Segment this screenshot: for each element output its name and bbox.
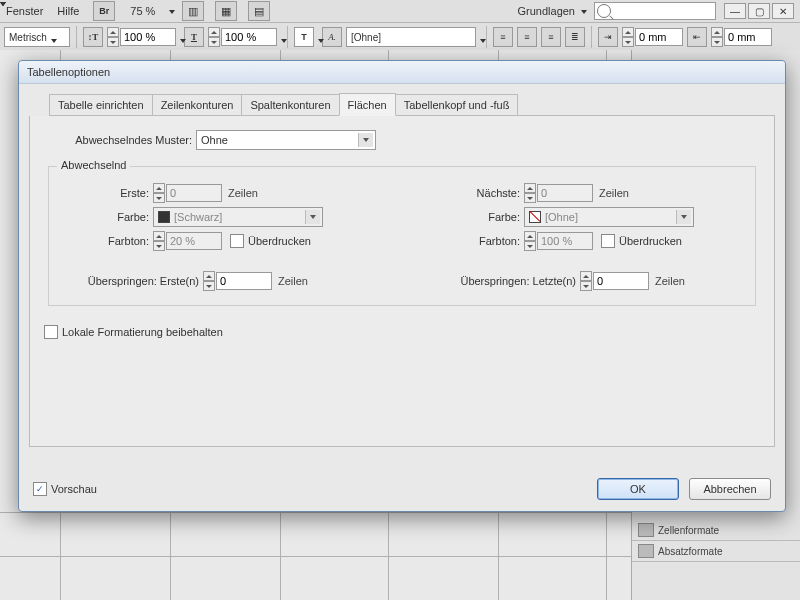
farbe-dropdown-right[interactable]: [Ohne] (524, 207, 694, 227)
char-style-dropdown[interactable]: [Ohne] (346, 27, 476, 47)
panel-absatzformate[interactable]: Absatzformate (632, 541, 800, 562)
pattern-label: Abwechselndes Muster: (44, 134, 196, 146)
menu-fenster[interactable]: Fenster (6, 5, 43, 17)
tab-spaltenkonturen[interactable]: Spaltenkonturen (241, 94, 339, 115)
naechste-unit: Zeilen (599, 187, 629, 199)
tab-tabellenkopf-fuss[interactable]: Tabellenkopf und -fuß (395, 94, 519, 115)
tab-tabelle-einrichten[interactable]: Tabelle einrichten (49, 94, 153, 115)
chevron-down-icon (169, 8, 176, 15)
skip-first-unit: Zeilen (278, 275, 308, 287)
bridge-button[interactable]: Br (93, 1, 115, 21)
align-center-button[interactable]: ≡ (517, 27, 537, 47)
naechste-stepper[interactable] (524, 183, 593, 203)
farbton-stepper-right[interactable] (524, 231, 593, 251)
para-styles-icon (638, 544, 654, 558)
farbe-dropdown-left[interactable]: [Schwarz] (153, 207, 323, 227)
view-mode-button-1[interactable]: ▥ (182, 1, 204, 21)
scale-y-icon: T (184, 27, 204, 47)
workspace-dropdown[interactable]: Grundlagen (518, 5, 589, 17)
farbton-label-left: Farbton: (59, 235, 153, 247)
farbe-label-left: Farbe: (59, 211, 153, 223)
chevron-down-icon (305, 210, 320, 224)
farbe-label-right: Farbe: (430, 211, 524, 223)
menubar: Fenster Hilfe Br 75 % ▥ ▦ ▤ Grundlagen —… (0, 0, 800, 23)
ok-button[interactable]: OK (597, 478, 679, 500)
pattern-dropdown[interactable]: Ohne (196, 130, 376, 150)
overprint-checkbox-right[interactable]: Überdrucken (601, 234, 682, 248)
indent-right-stepper[interactable] (711, 27, 772, 47)
overprint-checkbox-left[interactable]: Überdrucken (230, 234, 311, 248)
chevron-down-icon (676, 210, 691, 224)
local-formatting-checkbox[interactable]: Lokale Formatierung beibehalten (44, 325, 223, 339)
alternating-fieldset: Abwechselnd Erste: Zeilen Farbe: [Schwar… (48, 166, 756, 306)
align-justify-button[interactable]: ≣ (565, 27, 585, 47)
arrange-button[interactable]: ▤ (248, 1, 270, 21)
naechste-label: Nächste: (430, 187, 524, 199)
panel-zellenformate[interactable]: Zellenformate (632, 520, 800, 541)
skip-last-label: Überspringen: Letzte(n) (430, 275, 580, 287)
scale-x-stepper[interactable] (107, 27, 176, 47)
tab-content: Abwechselndes Muster: Ohne Abwechselnd E… (29, 116, 775, 447)
menu-hilfe[interactable]: Hilfe (57, 5, 79, 17)
align-right-button[interactable]: ≡ (541, 27, 561, 47)
dialog-tabs: Tabelle einrichten Zeilenkonturen Spalte… (49, 93, 775, 116)
units-dropdown[interactable]: Metrisch (4, 27, 70, 47)
minimize-button[interactable]: — (724, 3, 746, 19)
tab-zeilenkonturen[interactable]: Zeilenkonturen (152, 94, 243, 115)
tab-flaechen[interactable]: Flächen (339, 93, 396, 116)
scale-y-stepper[interactable] (208, 27, 277, 47)
indent-left-stepper[interactable] (622, 27, 683, 47)
preview-checkbox[interactable]: ✓Vorschau (33, 482, 97, 496)
view-mode-button-2[interactable]: ▦ (215, 1, 237, 21)
chevron-down-icon (581, 8, 588, 15)
cancel-button[interactable]: Abbrechen (689, 478, 771, 500)
farbton-label-right: Farbton: (430, 235, 524, 247)
search-icon (597, 4, 611, 18)
erste-unit: Zeilen (228, 187, 258, 199)
fieldset-legend: Abwechselnd (57, 159, 130, 171)
skip-last-unit: Zeilen (655, 275, 685, 287)
align-left-button[interactable]: ≡ (493, 27, 513, 47)
farbton-stepper-left[interactable] (153, 231, 222, 251)
char-style-icon: A. (322, 27, 342, 47)
table-options-dialog: Tabellenoptionen ↖ Tabelle einrichten Ze… (18, 60, 786, 512)
dialog-title: Tabellenoptionen (19, 61, 785, 84)
maximize-button[interactable]: ▢ (748, 3, 770, 19)
control-toolbar: Metrisch ↕T T T A. [Ohne] ≡ ≡ ≡ ≣ ⇥ ⇤ (0, 23, 800, 52)
scale-x-icon: ↕T (83, 27, 103, 47)
skip-first-label: Überspringen: Erste(n) (59, 275, 203, 287)
erste-label: Erste: (59, 187, 153, 199)
indent-left-icon: ⇥ (598, 27, 618, 47)
type-tool-icon[interactable]: T (294, 27, 314, 47)
skip-first-stepper[interactable] (203, 271, 272, 291)
cell-styles-icon (638, 523, 654, 537)
indent-right-icon: ⇤ (687, 27, 707, 47)
zoom-dropdown[interactable]: 75 % (118, 5, 176, 17)
search-input[interactable] (594, 2, 716, 20)
erste-stepper[interactable] (153, 183, 222, 203)
close-button[interactable]: ✕ (772, 3, 794, 19)
chevron-down-icon (358, 133, 373, 147)
skip-last-stepper[interactable] (580, 271, 649, 291)
